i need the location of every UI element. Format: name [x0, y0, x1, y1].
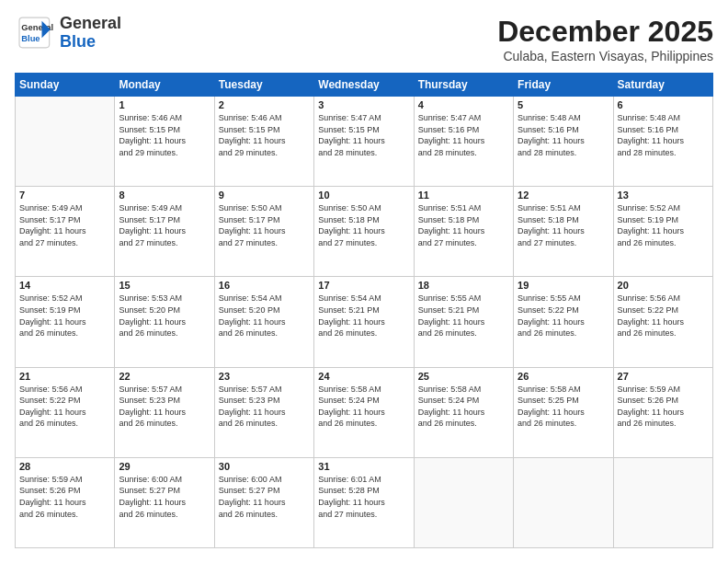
day-info: Sunrise: 5:55 AM Sunset: 5:21 PM Dayligh… [418, 293, 509, 339]
day-number: 11 [418, 190, 509, 201]
table-row: 1Sunrise: 5:46 AM Sunset: 5:15 PM Daylig… [115, 97, 214, 187]
logo-icon: General Blue [15, 17, 56, 49]
table-row: 6Sunrise: 5:48 AM Sunset: 5:16 PM Daylig… [613, 97, 712, 187]
month-title: December 2025 [497, 15, 713, 49]
day-number: 20 [618, 280, 709, 291]
logo-general: General [60, 14, 121, 32]
table-row: 29Sunrise: 6:00 AM Sunset: 5:27 PM Dayli… [115, 457, 214, 547]
day-number: 2 [219, 99, 310, 110]
day-info: Sunrise: 5:59 AM Sunset: 5:26 PM Dayligh… [19, 474, 110, 520]
day-number: 26 [518, 371, 609, 382]
calendar-table: Sunday Monday Tuesday Wednesday Thursday… [15, 73, 713, 548]
day-info: Sunrise: 5:51 AM Sunset: 5:18 PM Dayligh… [518, 202, 609, 248]
svg-text:Blue: Blue [21, 34, 40, 43]
table-row [16, 97, 115, 187]
calendar-week-row: 7Sunrise: 5:49 AM Sunset: 5:17 PM Daylig… [16, 187, 713, 277]
day-info: Sunrise: 5:47 AM Sunset: 5:15 PM Dayligh… [318, 112, 409, 158]
logo: General Blue General Blue [15, 15, 121, 52]
table-row: 27Sunrise: 5:59 AM Sunset: 5:26 PM Dayli… [613, 367, 712, 457]
table-row: 3Sunrise: 5:47 AM Sunset: 5:15 PM Daylig… [314, 97, 414, 187]
day-number: 5 [518, 99, 609, 110]
col-wednesday: Wednesday [314, 74, 414, 97]
table-row: 11Sunrise: 5:51 AM Sunset: 5:18 PM Dayli… [414, 187, 513, 277]
day-number: 9 [219, 190, 310, 201]
day-info: Sunrise: 5:54 AM Sunset: 5:21 PM Dayligh… [318, 293, 409, 339]
table-row: 12Sunrise: 5:51 AM Sunset: 5:18 PM Dayli… [514, 187, 613, 277]
table-row: 10Sunrise: 5:50 AM Sunset: 5:18 PM Dayli… [314, 187, 414, 277]
day-number: 25 [418, 371, 509, 382]
day-info: Sunrise: 5:57 AM Sunset: 5:23 PM Dayligh… [219, 384, 310, 430]
col-tuesday: Tuesday [214, 74, 313, 97]
table-row: 13Sunrise: 5:52 AM Sunset: 5:19 PM Dayli… [613, 187, 712, 277]
day-number: 27 [618, 371, 709, 382]
day-info: Sunrise: 5:50 AM Sunset: 5:17 PM Dayligh… [219, 202, 310, 248]
table-row: 23Sunrise: 5:57 AM Sunset: 5:23 PM Dayli… [214, 367, 313, 457]
day-number: 13 [618, 190, 709, 201]
calendar-week-row: 14Sunrise: 5:52 AM Sunset: 5:19 PM Dayli… [16, 277, 713, 367]
table-row: 28Sunrise: 5:59 AM Sunset: 5:26 PM Dayli… [16, 457, 115, 547]
location: Culaba, Eastern Visayas, Philippines [497, 49, 713, 63]
day-info: Sunrise: 5:59 AM Sunset: 5:26 PM Dayligh… [618, 384, 709, 430]
day-number: 29 [119, 461, 210, 472]
day-info: Sunrise: 6:00 AM Sunset: 5:27 PM Dayligh… [219, 474, 310, 520]
day-info: Sunrise: 5:56 AM Sunset: 5:22 PM Dayligh… [618, 293, 709, 339]
table-row: 17Sunrise: 5:54 AM Sunset: 5:21 PM Dayli… [314, 277, 414, 367]
day-info: Sunrise: 5:57 AM Sunset: 5:23 PM Dayligh… [119, 384, 210, 430]
table-row: 2Sunrise: 5:46 AM Sunset: 5:15 PM Daylig… [214, 97, 313, 187]
day-info: Sunrise: 5:51 AM Sunset: 5:18 PM Dayligh… [418, 202, 509, 248]
day-number: 18 [418, 280, 509, 291]
day-info: Sunrise: 5:49 AM Sunset: 5:17 PM Dayligh… [119, 202, 210, 248]
table-row: 25Sunrise: 5:58 AM Sunset: 5:24 PM Dayli… [414, 367, 513, 457]
table-row: 16Sunrise: 5:54 AM Sunset: 5:20 PM Dayli… [214, 277, 313, 367]
day-number: 1 [119, 99, 210, 110]
day-number: 15 [119, 280, 210, 291]
day-info: Sunrise: 5:56 AM Sunset: 5:22 PM Dayligh… [19, 384, 110, 430]
day-number: 16 [219, 280, 310, 291]
table-row: 7Sunrise: 5:49 AM Sunset: 5:17 PM Daylig… [16, 187, 115, 277]
day-number: 31 [318, 461, 409, 472]
day-info: Sunrise: 5:58 AM Sunset: 5:24 PM Dayligh… [318, 384, 409, 430]
day-number: 8 [119, 190, 210, 201]
col-saturday: Saturday [613, 74, 712, 97]
day-info: Sunrise: 5:52 AM Sunset: 5:19 PM Dayligh… [618, 202, 709, 248]
day-number: 7 [19, 190, 110, 201]
day-number: 24 [318, 371, 409, 382]
calendar-week-row: 1Sunrise: 5:46 AM Sunset: 5:15 PM Daylig… [16, 97, 713, 187]
col-sunday: Sunday [16, 74, 115, 97]
table-row: 30Sunrise: 6:00 AM Sunset: 5:27 PM Dayli… [214, 457, 313, 547]
day-info: Sunrise: 6:01 AM Sunset: 5:28 PM Dayligh… [318, 474, 409, 520]
day-info: Sunrise: 5:49 AM Sunset: 5:17 PM Dayligh… [19, 202, 110, 248]
day-number: 10 [318, 190, 409, 201]
header: General Blue General Blue December 2025 … [15, 15, 713, 63]
table-row: 18Sunrise: 5:55 AM Sunset: 5:21 PM Dayli… [414, 277, 513, 367]
day-info: Sunrise: 5:46 AM Sunset: 5:15 PM Dayligh… [119, 112, 210, 158]
day-number: 30 [219, 461, 310, 472]
table-row: 14Sunrise: 5:52 AM Sunset: 5:19 PM Dayli… [16, 277, 115, 367]
day-number: 4 [418, 99, 509, 110]
calendar-week-row: 28Sunrise: 5:59 AM Sunset: 5:26 PM Dayli… [16, 457, 713, 547]
day-number: 19 [518, 280, 609, 291]
day-info: Sunrise: 5:58 AM Sunset: 5:25 PM Dayligh… [518, 384, 609, 430]
table-row: 9Sunrise: 5:50 AM Sunset: 5:17 PM Daylig… [214, 187, 313, 277]
day-info: Sunrise: 5:50 AM Sunset: 5:18 PM Dayligh… [318, 202, 409, 248]
day-number: 28 [19, 461, 110, 472]
day-number: 14 [19, 280, 110, 291]
col-friday: Friday [514, 74, 613, 97]
day-info: Sunrise: 5:52 AM Sunset: 5:19 PM Dayligh… [19, 293, 110, 339]
table-row: 8Sunrise: 5:49 AM Sunset: 5:17 PM Daylig… [115, 187, 214, 277]
table-row: 26Sunrise: 5:58 AM Sunset: 5:25 PM Dayli… [514, 367, 613, 457]
day-info: Sunrise: 5:48 AM Sunset: 5:16 PM Dayligh… [518, 112, 609, 158]
day-number: 23 [219, 371, 310, 382]
day-number: 6 [618, 99, 709, 110]
day-number: 17 [318, 280, 409, 291]
day-number: 3 [318, 99, 409, 110]
table-row: 21Sunrise: 5:56 AM Sunset: 5:22 PM Dayli… [16, 367, 115, 457]
day-info: Sunrise: 5:55 AM Sunset: 5:22 PM Dayligh… [518, 293, 609, 339]
table-row [613, 457, 712, 547]
table-row: 20Sunrise: 5:56 AM Sunset: 5:22 PM Dayli… [613, 277, 712, 367]
page: General Blue General Blue December 2025 … [0, 0, 728, 563]
table-row: 19Sunrise: 5:55 AM Sunset: 5:22 PM Dayli… [514, 277, 613, 367]
table-row: 22Sunrise: 5:57 AM Sunset: 5:23 PM Dayli… [115, 367, 214, 457]
title-block: December 2025 Culaba, Eastern Visayas, P… [497, 15, 713, 63]
table-row [514, 457, 613, 547]
